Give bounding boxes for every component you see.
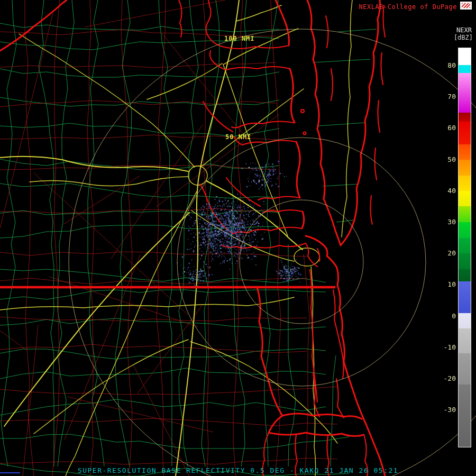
colorbar-tick-label: -30 [432,406,456,414]
colorbar-tick-label: 0 [432,313,456,320]
brand-text: NEXLAB-College of DuPage [359,3,457,11]
colorbar-tick-label: -10 [432,344,456,351]
colorbar-tick-label: 80 [432,62,456,69]
colorbar-title: NEXR [456,26,472,34]
radar-display: NEXLAB-College of DuPage NEXR [dBZ] 8070… [0,0,476,476]
colorbar-tick-label: 50 [432,156,456,163]
range-ring-label-50nmi: 50 NMI [225,133,251,141]
range-rings-layer [0,0,476,476]
colorbar-tick-label: 70 [432,93,456,100]
reflectivity-colorbar [458,48,471,447]
colorbar-tick-label: -20 [432,375,456,382]
colorbar-tick-label: 30 [432,218,456,226]
range-ring-25nmi [240,200,363,324]
range-ring-label-100nmi: 100 NMI [224,35,255,42]
colorbar-tick-label: 60 [432,124,456,132]
status-bar-text: SUPER-RESOLUTION BASE REFLECTIVITY 0.5 D… [0,466,476,474]
colorbar-tick-label: 10 [432,281,456,288]
range-ring-100nmi [69,29,476,476]
colorbar-tick-label: 40 [432,187,456,195]
colorbar-tick-label: 20 [432,250,456,257]
colorbar-units: [dBZ] [454,34,473,41]
nexlab-logo-icon [460,2,472,10]
range-ring-50nmi [177,138,426,386]
